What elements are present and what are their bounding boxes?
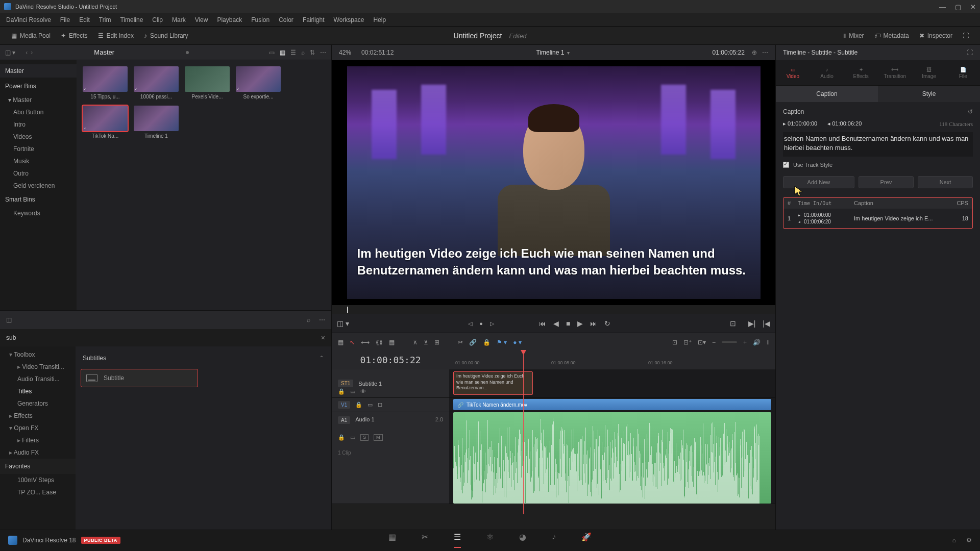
- view-grid-icon[interactable]: ▦: [280, 49, 285, 56]
- bin-videos[interactable]: Videos: [0, 131, 77, 143]
- metadata-button[interactable]: 🏷 Metadata: [869, 30, 914, 41]
- clip-thumb[interactable]: ♪1000€ passi...: [134, 66, 179, 99]
- video-track-content[interactable]: 🔗 TikTok Namen ändern.mov: [449, 398, 775, 412]
- razor-icon[interactable]: ✂: [458, 339, 463, 346]
- tl-view-icon[interactable]: ▦: [338, 339, 344, 346]
- step-out-icon[interactable]: ▶|: [748, 319, 756, 328]
- menu-trim[interactable]: Trim: [99, 16, 111, 23]
- menu-fusion[interactable]: Fusion: [251, 16, 270, 23]
- page-deliver-icon[interactable]: 🚀: [581, 532, 592, 548]
- first-frame-button[interactable]: ⏮: [539, 319, 546, 328]
- step-in-icon[interactable]: |◀: [763, 319, 770, 328]
- bin-intro[interactable]: Intro: [0, 118, 77, 131]
- next-button[interactable]: Next: [918, 176, 973, 188]
- visibility-icon[interactable]: 👁: [360, 388, 366, 395]
- caption-tc-out[interactable]: 01:00:06:20: [832, 120, 862, 127]
- edit-index-button[interactable]: ☰ Edit Index: [93, 30, 139, 41]
- tab-effects[interactable]: ✦Effects: [844, 60, 878, 85]
- bin-fortnite[interactable]: Fortnite: [0, 143, 77, 155]
- reset-icon[interactable]: ↺: [968, 108, 973, 115]
- bin-keywords[interactable]: Keywords: [0, 207, 77, 219]
- subtab-style[interactable]: Style: [878, 86, 980, 102]
- use-track-style-checkbox[interactable]: [783, 162, 789, 168]
- page-fairlight-icon[interactable]: ♪: [552, 532, 556, 548]
- caption-textarea[interactable]: [783, 132, 973, 157]
- marker-dot-icon[interactable]: ●: [479, 320, 483, 327]
- maximize-button[interactable]: ▢: [955, 3, 961, 11]
- caption-list-row[interactable]: 1 ▸ 01:00:00:00◂ 01:00:06:20 Im heutigen…: [783, 209, 972, 228]
- play-button[interactable]: ▶: [577, 319, 583, 328]
- tab-transition[interactable]: ⟷Transition: [878, 60, 912, 85]
- audio-toggle-icon[interactable]: 🔊: [753, 339, 761, 346]
- breadcrumb[interactable]: Master: [94, 48, 114, 56]
- insert-icon[interactable]: ⊼: [413, 339, 418, 346]
- zoom-in-icon[interactable]: +: [743, 339, 747, 346]
- search-icon[interactable]: ⌕: [301, 49, 305, 56]
- tab-audio[interactable]: ♪Audio: [810, 60, 844, 85]
- selection-tool-icon[interactable]: ↖: [350, 339, 355, 346]
- inspector-expand-icon[interactable]: ⛶: [967, 49, 973, 56]
- media-pool-button[interactable]: ▦ Media Pool: [6, 30, 56, 41]
- chevron-down-icon[interactable]: ▾: [567, 50, 570, 56]
- menu-color[interactable]: Color: [279, 16, 293, 23]
- menu-edit[interactable]: Edit: [79, 16, 90, 23]
- effects-button[interactable]: ✦ Effects: [56, 30, 92, 41]
- timeline-timecode[interactable]: 01:00:05:22: [332, 351, 449, 369]
- link-icon[interactable]: 🔗: [469, 339, 477, 346]
- lock-icon[interactable]: 🔒: [483, 339, 491, 346]
- search-clear-icon[interactable]: ×: [321, 334, 325, 342]
- tree-audio-trans[interactable]: Audio Transiti...: [0, 373, 76, 385]
- view-strip-icon[interactable]: ▭: [269, 49, 275, 56]
- effects-search-icon[interactable]: ⌕: [307, 316, 310, 323]
- replace-icon[interactable]: ⊞: [434, 339, 439, 346]
- trim-tool-icon[interactable]: ⟷: [361, 339, 370, 346]
- prev-button[interactable]: Prev: [859, 176, 914, 188]
- viewer-title[interactable]: Timeline 1: [536, 49, 565, 56]
- lock-track-icon[interactable]: 🔒: [338, 388, 345, 395]
- bin-master[interactable]: Master: [0, 64, 77, 78]
- tree-fav2[interactable]: TP ZO... Ease: [0, 486, 76, 498]
- bin-abo[interactable]: Abo Button: [0, 106, 77, 118]
- menu-mark[interactable]: Mark: [172, 16, 186, 23]
- caption-tc-in[interactable]: 01:00:00:00: [788, 120, 817, 127]
- stop-button[interactable]: ■: [566, 319, 570, 328]
- tree-generators[interactable]: Generators: [0, 397, 76, 410]
- page-cut-icon[interactable]: ✂: [422, 532, 428, 548]
- zoom-detail-icon[interactable]: ⊡⁺: [683, 339, 692, 346]
- page-media-icon[interactable]: ▦: [388, 532, 396, 548]
- viewer-mode-icon[interactable]: ◫ ▾: [337, 319, 349, 328]
- settings-icon[interactable]: ⚙: [966, 537, 972, 544]
- sort-icon[interactable]: ⇅: [310, 49, 315, 56]
- zoom-custom-icon[interactable]: ⊡▾: [698, 339, 706, 346]
- last-frame-button[interactable]: ⏭: [590, 319, 597, 328]
- video-clip[interactable]: 🔗 TikTok Namen ändern.mov: [453, 399, 771, 410]
- tree-titles[interactable]: Titles: [0, 385, 76, 397]
- menu-clip[interactable]: Clip: [152, 16, 163, 23]
- bin-outro[interactable]: Outro: [0, 167, 77, 180]
- clip-thumb[interactable]: ♪So exportie...: [236, 66, 281, 99]
- zoom-out-icon[interactable]: −: [712, 339, 716, 346]
- close-button[interactable]: ✕: [970, 3, 976, 11]
- menu-timeline[interactable]: Timeline: [120, 16, 143, 23]
- mixer-toggle-icon[interactable]: ⫴: [767, 339, 769, 346]
- track-name-audio[interactable]: Audio 1: [355, 416, 374, 424]
- zoom-fit-icon[interactable]: ⊡: [672, 339, 677, 346]
- playhead[interactable]: [523, 351, 524, 514]
- tree-openfx[interactable]: Open FX: [0, 422, 76, 434]
- sound-library-button[interactable]: ♪ Sound Library: [139, 30, 193, 41]
- page-color-icon[interactable]: ◕: [519, 532, 526, 548]
- subtab-caption[interactable]: Caption: [776, 86, 878, 102]
- tree-toolbox[interactable]: Toolbox: [0, 348, 76, 361]
- mute-button[interactable]: M: [374, 434, 383, 441]
- add-new-button[interactable]: Add New: [783, 176, 854, 188]
- bin-power-master[interactable]: ▾ Master: [0, 94, 77, 106]
- nav-back-icon[interactable]: ‹: [26, 49, 28, 56]
- viewer-more-icon[interactable]: ⋯: [762, 49, 768, 56]
- flag-icon[interactable]: ⚑ ▾: [497, 339, 507, 346]
- zoom-percent[interactable]: 42%: [339, 49, 351, 56]
- menu-help[interactable]: Help: [373, 16, 386, 23]
- timeline-ruler[interactable]: 01:00:00:00 01:00:08:00 01:00:16:00: [449, 351, 775, 369]
- menu-workspace[interactable]: Workspace: [334, 16, 364, 23]
- menu-fairlight[interactable]: Fairlight: [303, 16, 325, 23]
- lock-v-icon[interactable]: 🔒: [355, 402, 362, 408]
